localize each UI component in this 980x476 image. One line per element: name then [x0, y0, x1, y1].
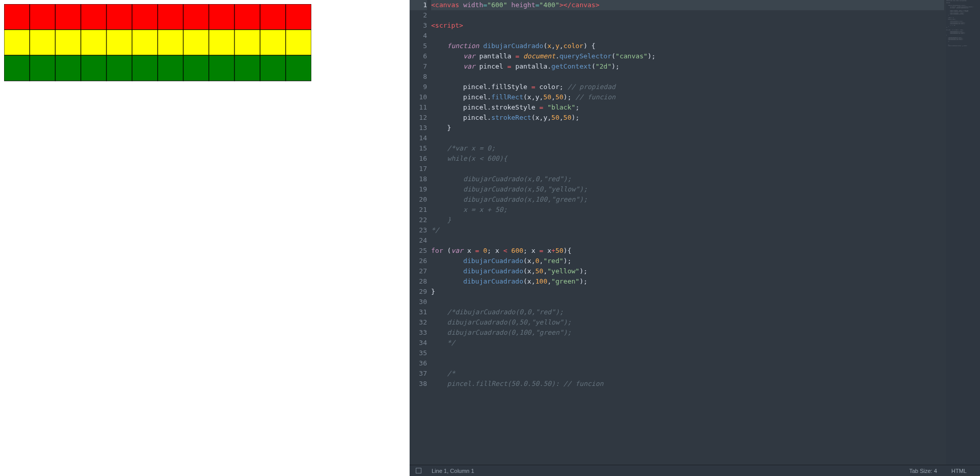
editor-body[interactable]: 1234567891011121314151617181920212223242… — [410, 0, 980, 465]
code-line[interactable]: var pincel = pantalla.getContext("2d"); — [431, 61, 944, 72]
line-number[interactable]: 24 — [410, 235, 427, 246]
code-line[interactable]: var pantalla = document.querySelector("c… — [431, 51, 944, 61]
code-line[interactable]: dibujarCuadrado(x,50,"yellow"); — [431, 266, 944, 276]
line-number[interactable]: 9 — [410, 82, 427, 92]
line-number[interactable]: 8 — [410, 72, 427, 82]
code-line[interactable]: dibujarCuadrado(x,100,"green"); — [431, 276, 944, 287]
line-number[interactable]: 21 — [410, 205, 427, 215]
line-number[interactable]: 22 — [410, 215, 427, 225]
line-number[interactable]: 33 — [410, 328, 427, 338]
code-line[interactable]: for (var x = 0; x < 600; x = x+50){ — [431, 246, 944, 256]
code-line[interactable]: /*var x = 0; — [431, 143, 944, 154]
code-line[interactable]: pincel.strokeStyle = "black"; — [431, 102, 944, 113]
line-number[interactable]: 28 — [410, 276, 427, 287]
code-line[interactable]: function dibujarCuadrado(x,y,color) { — [431, 41, 944, 51]
line-number[interactable]: 15 — [410, 143, 427, 154]
line-number[interactable]: 20 — [410, 194, 427, 205]
line-number[interactable]: 13 — [410, 123, 427, 133]
line-number[interactable]: 12 — [410, 113, 427, 123]
code-line[interactable] — [431, 31, 944, 41]
code-editor-pane: 1234567891011121314151617181920212223242… — [410, 0, 980, 476]
line-number[interactable]: 3 — [410, 20, 427, 31]
line-number[interactable]: 23 — [410, 225, 427, 235]
code-line[interactable]: */ — [431, 225, 944, 235]
line-number[interactable]: 1 — [410, 0, 427, 10]
code-line[interactable]: } — [431, 215, 944, 225]
code-line[interactable] — [431, 297, 944, 307]
code-area[interactable]: <canvas width="600" height="400"></canva… — [431, 0, 980, 465]
line-number[interactable]: 2 — [410, 10, 427, 20]
line-number[interactable]: 11 — [410, 102, 427, 113]
code-line[interactable]: /*dibujarCuadrado(0,0,"red"); — [431, 307, 944, 317]
line-number[interactable]: 35 — [410, 348, 427, 358]
code-line[interactable] — [431, 348, 944, 358]
code-line[interactable]: while(x < 600){ — [431, 154, 944, 164]
line-number[interactable]: 16 — [410, 154, 427, 164]
statusbar-position[interactable]: Line 1, Column 1 — [424, 468, 481, 474]
browser-preview-pane — [0, 0, 410, 476]
code-line[interactable]: */ — [431, 338, 944, 348]
code-line[interactable] — [431, 235, 944, 246]
line-number[interactable]: 7 — [410, 61, 427, 72]
code-line[interactable]: x = x + 50; — [431, 205, 944, 215]
code-line[interactable]: dibujarCuadrado(x,100,"green"); — [431, 194, 944, 205]
line-number[interactable]: 38 — [410, 379, 427, 389]
line-number[interactable]: 10 — [410, 92, 427, 102]
code-line[interactable] — [431, 10, 944, 20]
code-line[interactable]: /* — [431, 369, 944, 379]
line-number[interactable]: 4 — [410, 31, 427, 41]
code-line[interactable] — [431, 164, 944, 174]
code-line[interactable] — [431, 72, 944, 82]
minimap[interactable]: <canvas width="600" height="400"></canva… — [946, 0, 980, 465]
app-root: 1234567891011121314151617181920212223242… — [0, 0, 980, 476]
line-number[interactable]: 18 — [410, 174, 427, 184]
line-number[interactable]: 17 — [410, 164, 427, 174]
output-canvas — [4, 4, 311, 209]
code-line[interactable]: dibujarCuadrado(x,50,"yellow"); — [431, 184, 944, 194]
line-number[interactable]: 31 — [410, 307, 427, 317]
line-number[interactable]: 25 — [410, 246, 427, 256]
code-line[interactable]: <script> — [431, 20, 944, 31]
code-line[interactable]: pincel.fillStyle = color; // propiedad — [431, 82, 944, 92]
line-number[interactable]: 36 — [410, 358, 427, 369]
statusbar-syntax[interactable]: HTML — [944, 468, 974, 474]
code-line[interactable]: dibujarCuadrado(0,50,"yellow"); — [431, 317, 944, 328]
code-line[interactable]: dibujarCuadrado(0,100,"green"); — [431, 328, 944, 338]
line-number[interactable]: 34 — [410, 338, 427, 348]
code-line[interactable]: } — [431, 123, 944, 133]
code-line[interactable] — [431, 133, 944, 143]
line-number[interactable]: 32 — [410, 317, 427, 328]
line-number[interactable]: 29 — [410, 287, 427, 297]
code-line[interactable]: pincel.fillRect(50.0.50.50): // funcion — [431, 379, 944, 389]
code-line[interactable] — [431, 358, 944, 369]
line-number[interactable]: 27 — [410, 266, 427, 276]
line-number[interactable]: 30 — [410, 297, 427, 307]
line-number[interactable]: 26 — [410, 256, 427, 266]
statusbar-tabsize[interactable]: Tab Size: 4 — [902, 468, 944, 474]
code-line[interactable]: } — [431, 287, 944, 297]
code-line[interactable]: pincel.strokeRect(x,y,50,50); — [431, 113, 944, 123]
line-number[interactable]: 14 — [410, 133, 427, 143]
code-line[interactable]: dibujarCuadrado(x,0,"red"); — [431, 256, 944, 266]
line-number[interactable]: 19 — [410, 184, 427, 194]
code-line[interactable]: dibujarCuadrado(x,0,"red"); — [431, 174, 944, 184]
line-number[interactable]: 37 — [410, 369, 427, 379]
status-bar: Line 1, Column 1 Tab Size: 4 HTML — [410, 465, 980, 476]
line-number[interactable]: 6 — [410, 51, 427, 61]
code-line[interactable]: <canvas width="600" height="400"></canva… — [431, 0, 944, 10]
line-number[interactable]: 5 — [410, 41, 427, 51]
code-line[interactable]: pincel.fillRect(x,y,50,50); // funcion — [431, 92, 944, 102]
statusbar-checkbox[interactable] — [416, 468, 421, 473]
line-number-gutter[interactable]: 1234567891011121314151617181920212223242… — [410, 0, 431, 465]
